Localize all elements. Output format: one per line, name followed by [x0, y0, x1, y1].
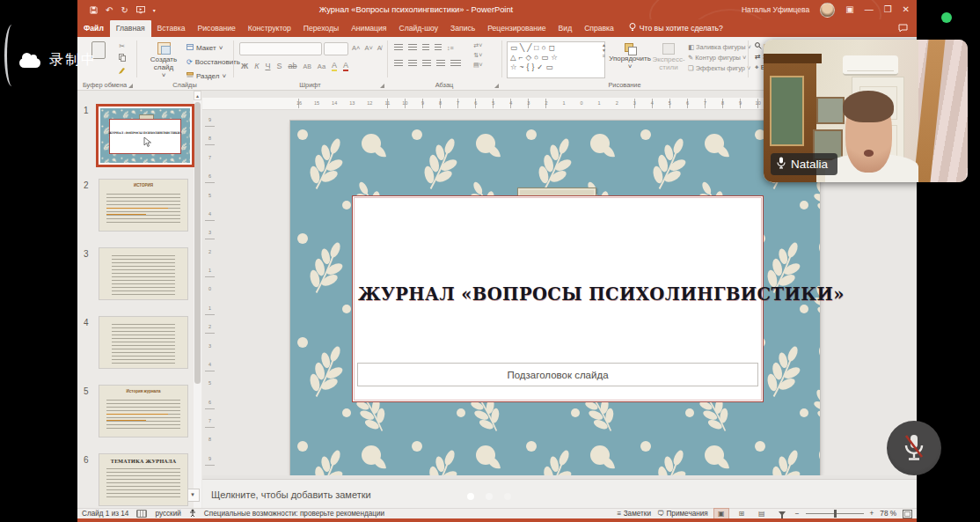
comments-toggle[interactable]: 🗨 Примечания	[657, 510, 708, 518]
align-right-icon[interactable]	[422, 60, 431, 67]
account-avatar[interactable]	[820, 3, 835, 18]
dot[interactable]	[467, 493, 474, 500]
italic-icon[interactable]: К	[254, 62, 259, 70]
clear-formatting-icon[interactable]: А̸	[377, 44, 382, 52]
align-left-icon[interactable]	[394, 60, 403, 67]
ribbon-tab-6[interactable]: Анимация	[345, 20, 392, 37]
view-reading-button[interactable]: ▤	[755, 509, 769, 518]
account-name[interactable]: Наталья Уфимцева	[742, 5, 809, 14]
shape-glyph-row-0[interactable]: ▭╲╱□○◻	[510, 43, 602, 53]
reset-button[interactable]: ⟳Восстановить	[186, 58, 240, 66]
text-shadow-icon[interactable]: S	[276, 62, 282, 70]
tell-me-box[interactable]: Что вы хотите сделать?	[629, 23, 723, 37]
ribbon-tab-3[interactable]: Рисование	[192, 20, 242, 37]
slide-title[interactable]: ЖУРНАЛ «ВОПРОСЫ ПСИХОЛИНГВИСТИКИ»	[358, 284, 757, 305]
fit-slide-to-window-icon[interactable]	[903, 510, 912, 518]
shrink-font-icon[interactable]: А˅	[364, 44, 372, 52]
section-button[interactable]: Раздел˅	[186, 72, 226, 80]
zoom-slider[interactable]	[806, 513, 864, 514]
scrollbar-thumb[interactable]	[194, 102, 201, 384]
restore-button[interactable]: ❐	[884, 0, 892, 19]
ribbon-tab-8[interactable]: Запись	[444, 20, 481, 37]
highlight-color-icon[interactable]: А	[332, 61, 337, 71]
shape-glyph-row-1[interactable]: △⌐◇○▭☆	[510, 53, 602, 62]
font-color-icon[interactable]: А	[343, 61, 348, 71]
character-spacing-icon[interactable]: АВ	[303, 63, 311, 70]
smartart-icon[interactable]: ▤˅	[473, 62, 483, 69]
shape-outline-icon[interactable]: ✎ Контур фигуры ˅	[688, 54, 746, 62]
scroll-up-icon[interactable]: ▲	[194, 91, 201, 100]
bold-icon[interactable]: Ж	[241, 62, 248, 70]
zoom-in-button[interactable]: +	[870, 510, 874, 518]
bullets-icon[interactable]	[394, 44, 403, 51]
clipboard-dialog-launcher[interactable]	[128, 84, 133, 88]
slide-thumbnail-5[interactable]: История журнала	[99, 385, 188, 437]
arrange-button[interactable]: Упорядочить˅	[609, 43, 651, 70]
copy-icon[interactable]	[119, 54, 126, 63]
redo-icon[interactable]: ↻	[121, 5, 128, 15]
close-button[interactable]: ✕	[903, 0, 910, 19]
zoom-out-button[interactable]: −	[795, 510, 800, 518]
text-direction-icon[interactable]: ⇄˅	[473, 42, 482, 49]
undo-icon[interactable]: ↶	[106, 5, 113, 15]
ribbon-tab-5[interactable]: Переходы	[297, 20, 345, 37]
paragraph-dialog-launcher[interactable]	[494, 84, 499, 88]
ribbon-tab-9[interactable]: Рецензирование	[481, 20, 552, 37]
accessibility-status[interactable]: Специальные возможности: проверьте реком…	[204, 510, 384, 518]
slide-thumbnail-3[interactable]	[99, 247, 188, 300]
new-slide-button[interactable]: Создать слайд˅	[144, 42, 183, 79]
notes-toggle[interactable]: ≡ Заметки	[618, 510, 651, 518]
ribbon-tab-1[interactable]: Главная	[110, 20, 151, 37]
start-slideshow-icon[interactable]	[136, 6, 145, 14]
slide-thumbnail-4[interactable]	[99, 316, 188, 369]
share-comments-icon[interactable]	[898, 24, 908, 34]
ribbon-tab-10[interactable]: Вид	[552, 20, 579, 37]
columns-icon[interactable]	[450, 60, 461, 67]
decrease-indent-icon[interactable]	[422, 44, 429, 51]
slide-thumbnail-2[interactable]: ИСТОРИЯ	[99, 179, 188, 232]
slide-subtitle-placeholder[interactable]: Подзаголовок слайда	[357, 363, 758, 386]
ribbon-tab-0[interactable]: Файл	[77, 20, 110, 37]
align-text-icon[interactable]: ⇅˅	[473, 52, 482, 59]
grow-font-icon[interactable]: А˄	[352, 44, 360, 52]
format-painter-icon[interactable]	[118, 67, 126, 77]
dot[interactable]	[504, 493, 511, 500]
align-center-icon[interactable]	[408, 60, 417, 67]
increase-indent-icon[interactable]	[435, 44, 442, 51]
dot[interactable]	[486, 493, 493, 500]
underline-icon[interactable]: Ч	[265, 62, 270, 70]
shapes-gallery[interactable]: ▭╲╱□○◻△⌐◇○▭☆☆~{}✓▭	[507, 41, 605, 78]
zoom-slider-thumb[interactable]	[834, 510, 837, 518]
microphone-mute-button[interactable]	[887, 421, 941, 475]
ribbon-tab-2[interactable]: Вставка	[151, 20, 192, 37]
font-dialog-launcher[interactable]	[380, 84, 384, 88]
shape-fill-icon[interactable]: ◧ Заливка фигуры ˅	[688, 43, 751, 51]
shape-effects-icon[interactable]: ❏ Эффекты фигур ˅	[688, 64, 750, 72]
font-size-combo[interactable]	[324, 42, 348, 55]
thumbnail-scrollbar[interactable]: ▲	[194, 91, 201, 509]
quick-styles-button[interactable]: Экспресс-стили	[651, 43, 686, 71]
webcam-video-tile[interactable]: Natalia	[764, 40, 968, 182]
ribbon-tab-11[interactable]: Справка	[578, 20, 620, 37]
slide-thumbnail-1[interactable]: ЖУРНАЛ «ВОПРОСЫ ПСИХОЛИНГВИСТИКИ»	[96, 104, 194, 167]
numbering-icon[interactable]	[408, 44, 417, 51]
minimize-button[interactable]: —	[865, 0, 874, 19]
customize-qat-icon[interactable]: ▾	[153, 7, 156, 13]
view-slideshow-button[interactable]	[775, 509, 789, 518]
change-case-icon[interactable]: Аа	[318, 62, 325, 70]
language-indicator[interactable]: русский	[155, 510, 180, 518]
layout-button[interactable]: Макет˅	[186, 44, 223, 52]
cut-icon[interactable]: ✂	[119, 42, 125, 50]
view-normal-button[interactable]: ▣	[714, 509, 728, 518]
line-spacing-icon[interactable]: ↕≡	[447, 45, 454, 51]
view-slide-sorter-button[interactable]: ⊞	[735, 509, 749, 518]
notes-pane[interactable]: Щелкните, чтобы добавить заметки	[202, 479, 917, 509]
zoom-level[interactable]: 78 %	[880, 510, 896, 518]
vertical-ruler[interactable]: 9876543210123456789	[205, 117, 215, 474]
slide-thumbnail-6[interactable]: ТЕМАТИКА ЖУРНАЛА	[99, 453, 188, 506]
justify-icon[interactable]	[436, 60, 445, 67]
ribbon-display-options-icon[interactable]: ▣	[845, 0, 853, 19]
shapes-scroll[interactable]: ▲ ▼ ≡	[602, 42, 606, 58]
ribbon-tab-4[interactable]: Конструктор	[242, 20, 297, 37]
ribbon-tab-7[interactable]: Слайд-шоу	[392, 20, 444, 37]
